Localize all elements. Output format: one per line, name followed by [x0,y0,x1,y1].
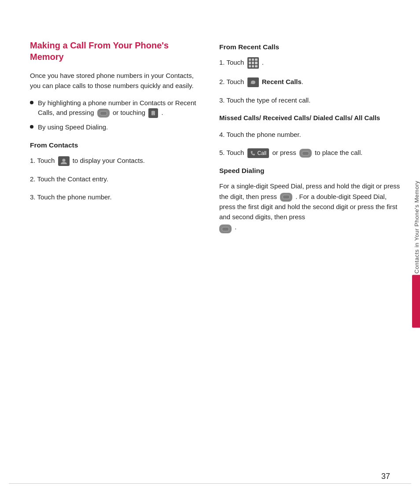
section-title: Making a Call From Your Phone's Memory [30,40,202,63]
sidebar-label-container: Contacts in Your Phone's Memory [411,176,420,328]
more-step-1: 4. Touch the phone number. [219,129,402,140]
recent-calls-icon [247,77,259,87]
svg-point-3 [153,114,154,115]
svg-rect-4 [152,111,154,111]
send-key-icon-4 [219,224,232,233]
recent-step-3: 3. Touch the type of recent call. [219,95,402,105]
main-content: Making a Call From Your Phone's Memory O… [0,0,420,504]
svg-rect-11 [283,195,289,199]
page-number-line [9,483,411,484]
svg-rect-1 [100,112,107,115]
recent-calls-label: Recent Calls [262,78,302,85]
send-key-icon-2 [299,149,312,158]
sidebar-tab: Contacts in Your Phone's Memory [400,0,420,504]
page-container: Making a Call From Your Phone's Memory O… [0,0,420,504]
from-contacts-heading: From Contacts [30,141,202,149]
svg-rect-13 [222,228,228,231]
bullet-dot [30,101,33,104]
contacts-step-3: 3. Touch the phone number. [30,192,202,202]
contacts-icon [58,156,70,166]
send-key-icon-3 [280,193,292,202]
from-recent-heading: From Recent Calls [219,43,402,51]
right-column: From Recent Calls 1. Touch . 2. Touch [219,40,402,478]
sidebar-label-text: Contacts in Your Phone's Memory [411,176,420,273]
left-column: Making a Call From Your Phone's Memory O… [30,40,202,478]
recent-step-1: 1. Touch . [219,57,402,69]
svg-rect-9 [302,152,309,155]
apps-grid-icon [247,57,259,69]
svg-point-6 [62,158,65,162]
list-item: By highlighting a phone number in Contac… [30,98,202,118]
contacts-step-2: 2. Touch the Contact entry. [30,174,202,184]
speed-dialing-heading: Speed Dialing [219,167,402,175]
contacts-step-1: 1. Touch to display your Contacts. [30,155,202,166]
intro-text: Once you have stored phone numbers in yo… [30,70,202,91]
page-number: 37 [381,472,390,481]
missed-calls-box: Missed Calls/ Received Calls/ Dialed Cal… [219,113,402,123]
list-item: By using Speed Dialing. [30,122,202,132]
bullet-dot [30,125,33,129]
speed-dialing-text: For a single-digit Speed Dial, press and… [219,181,402,233]
sidebar-bar [412,275,420,328]
touch-phone-icon [148,108,158,118]
more-step-2: 5. Touch Call or press to place the call… [219,147,402,158]
missed-calls-text: Missed Calls/ Received Calls/ Dialed Cal… [219,113,402,123]
call-button-icon: Call [247,148,269,158]
bullet-list: By highlighting a phone number in Contac… [30,98,202,132]
bullet-text-1: By highlighting a phone number in Contac… [38,98,202,118]
bullet-text-2: By using Speed Dialing. [38,122,108,132]
send-key-icon [97,109,110,118]
recent-step-2: 2. Touch Recent Calls. [219,77,402,87]
